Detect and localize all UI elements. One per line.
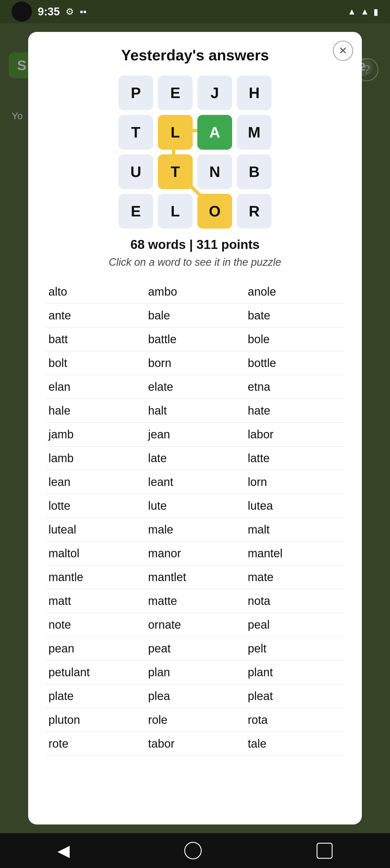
stats-text: 68 words | 311 points <box>46 237 344 252</box>
word-item[interactable]: pleat <box>245 684 344 708</box>
word-item[interactable]: rote <box>46 732 145 756</box>
card-icon: ▪▪ <box>80 6 87 17</box>
word-item[interactable]: plan <box>145 660 245 684</box>
word-item[interactable]: mantle <box>46 565 145 589</box>
home-button[interactable] <box>184 842 202 859</box>
word-item[interactable]: battle <box>145 328 245 351</box>
word-item[interactable]: lute <box>145 494 245 518</box>
word-item[interactable]: bolt <box>46 351 145 375</box>
word-item[interactable]: pluton <box>46 708 145 732</box>
word-item[interactable]: lorn <box>245 470 344 494</box>
word-item[interactable]: tale <box>245 732 344 756</box>
letter-cell-R[interactable]: R <box>237 194 272 228</box>
camera-icon <box>11 1 32 22</box>
word-item[interactable]: alto <box>46 280 145 304</box>
word-item[interactable]: ornate <box>145 613 245 637</box>
word-item[interactable]: note <box>46 613 145 637</box>
word-item[interactable]: peal <box>245 613 344 637</box>
word-item[interactable]: matt <box>46 589 145 613</box>
word-item[interactable]: bole <box>245 328 344 351</box>
letter-cell-A[interactable]: A <box>197 115 232 150</box>
letter-grid: P E J H T L A M U T N B E L O R <box>46 75 344 228</box>
word-item[interactable]: maltol <box>46 541 145 565</box>
word-item[interactable]: rota <box>245 708 344 732</box>
word-item[interactable]: plate <box>46 684 145 708</box>
status-right: ▲ ▲ ▮ <box>348 7 379 17</box>
word-item[interactable]: male <box>145 518 245 541</box>
word-item[interactable]: bate <box>245 304 344 328</box>
hint-text: Click on a word to see it in the puzzle <box>46 256 344 268</box>
word-item[interactable]: labor <box>245 423 344 446</box>
word-item[interactable]: batt <box>46 328 145 351</box>
word-item[interactable]: lotte <box>46 494 145 518</box>
word-item[interactable]: bottle <box>245 351 344 375</box>
word-item[interactable]: lean <box>46 470 145 494</box>
word-item[interactable]: malt <box>245 518 344 541</box>
word-item[interactable]: elate <box>145 375 245 399</box>
close-button[interactable]: ✕ <box>333 41 353 61</box>
back-button[interactable]: ◀ <box>57 841 70 860</box>
word-item[interactable]: elan <box>46 375 145 399</box>
battery-icon: ▮ <box>373 7 379 17</box>
status-time: 9:35 <box>38 5 60 18</box>
word-item[interactable]: luteal <box>46 518 145 541</box>
word-item[interactable]: lutea <box>245 494 344 518</box>
letter-cell-B[interactable]: B <box>237 154 272 189</box>
letter-cell-O[interactable]: O <box>197 194 232 228</box>
word-item[interactable]: role <box>145 708 245 732</box>
word-item[interactable]: bale <box>145 304 245 328</box>
word-item[interactable]: petulant <box>46 660 145 684</box>
letter-cell-L1[interactable]: L <box>158 115 193 150</box>
word-item[interactable]: anole <box>245 280 344 304</box>
letter-cell-U[interactable]: U <box>118 154 153 189</box>
close-icon: ✕ <box>339 45 347 57</box>
word-item[interactable]: jamb <box>46 423 145 446</box>
word-item[interactable]: hale <box>46 399 145 423</box>
word-item[interactable]: hate <box>245 399 344 423</box>
words-grid: altoamboanoleantebalebatebattbattleboleb… <box>46 280 344 756</box>
word-item[interactable]: halt <box>145 399 245 423</box>
letter-cell-P[interactable]: P <box>118 75 153 110</box>
word-item[interactable]: leant <box>145 470 245 494</box>
modal-title: Yesterday's answers <box>46 46 344 64</box>
modal-overlay: ✕ Yesterday's answers P E J H <box>0 23 390 833</box>
word-item[interactable]: pean <box>46 637 145 660</box>
status-bar: 9:35 ⚙ ▪▪ ▲ ▲ ▮ <box>0 0 390 23</box>
word-item[interactable]: late <box>145 446 245 470</box>
word-item[interactable]: pelt <box>245 637 344 660</box>
word-item[interactable]: jean <box>145 423 245 446</box>
word-item[interactable]: mantlet <box>145 565 245 589</box>
word-item[interactable]: ante <box>46 304 145 328</box>
word-item[interactable]: peat <box>145 637 245 660</box>
word-item[interactable]: plea <box>145 684 245 708</box>
word-item[interactable]: mantel <box>245 541 344 565</box>
word-item[interactable]: lamb <box>46 446 145 470</box>
word-item[interactable]: mate <box>245 565 344 589</box>
letter-cell-T2[interactable]: T <box>158 154 193 189</box>
word-item[interactable]: plant <box>245 660 344 684</box>
letter-cell-N[interactable]: N <box>197 154 232 189</box>
answers-modal: ✕ Yesterday's answers P E J H <box>28 32 362 825</box>
word-item[interactable]: nota <box>245 589 344 613</box>
status-left: 9:35 ⚙ ▪▪ <box>11 1 87 22</box>
signal-icon: ▲ <box>360 7 369 17</box>
word-item[interactable]: tabor <box>145 732 245 756</box>
word-item[interactable]: ambo <box>145 280 245 304</box>
wifi-icon: ▲ <box>348 7 356 17</box>
word-item[interactable]: born <box>145 351 245 375</box>
letter-cell-T1[interactable]: T <box>118 115 153 150</box>
word-item[interactable]: latte <box>245 446 344 470</box>
letter-cell-J[interactable]: J <box>197 75 232 110</box>
letter-cell-H[interactable]: H <box>237 75 272 110</box>
word-item[interactable]: matte <box>145 589 245 613</box>
settings-icon: ⚙ <box>66 6 74 17</box>
word-item[interactable]: etna <box>245 375 344 399</box>
connection-lines-svg <box>46 75 344 228</box>
letter-cell-E2[interactable]: E <box>118 194 153 228</box>
recents-button[interactable] <box>317 843 333 859</box>
letter-cell-L2[interactable]: L <box>158 194 193 228</box>
nav-bar: ◀ <box>0 833 390 868</box>
letter-cell-E[interactable]: E <box>158 75 193 110</box>
word-item[interactable]: manor <box>145 541 245 565</box>
letter-cell-M[interactable]: M <box>237 115 272 150</box>
